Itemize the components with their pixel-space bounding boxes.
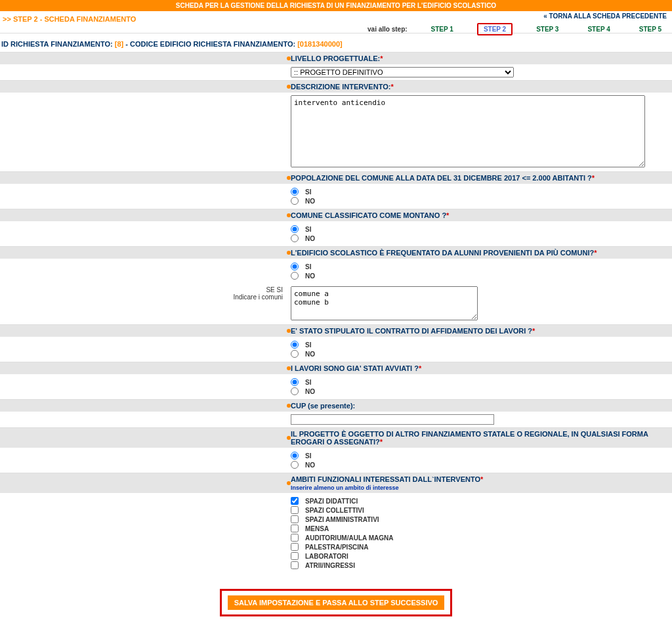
step-1-link[interactable]: STEP 1 xyxy=(426,24,459,34)
popolazione-label: POPOLAZIONE DEL COMUNE ALLA DATA DEL 31 … xyxy=(287,171,672,184)
alunni-si-radio[interactable] xyxy=(291,263,299,270)
mont-si-radio[interactable] xyxy=(291,225,299,233)
ambito-mensa-checkbox[interactable] xyxy=(291,525,299,532)
altro-si-radio[interactable] xyxy=(291,452,299,460)
ambito-laboratori-checkbox[interactable] xyxy=(291,552,299,560)
cup-label: CUP (se presente): xyxy=(287,399,672,412)
descrizione-label: DESCRIZIONE INTERVENTO:* xyxy=(287,80,672,93)
contratto-no-radio[interactable] xyxy=(291,350,299,358)
lavori-no-radio[interactable] xyxy=(291,387,299,395)
bullet-icon xyxy=(287,56,291,60)
step-4-link[interactable]: STEP 4 xyxy=(582,24,615,34)
altro-no-radio[interactable] xyxy=(291,461,299,469)
step-2-link[interactable]: STEP 2 xyxy=(477,23,513,35)
back-link[interactable]: « TORNA ALLA SCHEDA PRECEDENTE xyxy=(543,12,667,20)
descrizione-textarea[interactable]: intervento anticendio xyxy=(291,95,645,167)
bullet-icon xyxy=(287,481,291,485)
bullet-icon xyxy=(287,176,291,180)
mont-no-radio[interactable] xyxy=(291,234,299,242)
bullet-icon xyxy=(287,213,291,217)
page-banner: SCHEDA PER LA GESTIONE DELLA RICHIESTA D… xyxy=(0,0,672,11)
ambito-auditorium-checkbox[interactable] xyxy=(291,534,299,542)
stepnav-label: vai allo step: xyxy=(368,26,408,33)
ambito-atrii-checkbox[interactable] xyxy=(291,561,299,569)
bullet-icon xyxy=(287,404,291,408)
ambito-palestra-checkbox[interactable] xyxy=(291,543,299,551)
alunni-label: L'EDIFICIO SCOLASTICO È FREQUENTATO DA A… xyxy=(287,246,672,259)
cup-input[interactable] xyxy=(291,414,494,425)
comuni-side-label: SE SIIndicare i comuni xyxy=(0,284,287,324)
step-5-link[interactable]: STEP 5 xyxy=(634,24,667,34)
comuni-textarea[interactable]: comune a comune b xyxy=(291,286,478,320)
livello-label: LIVELLO PROGETTUALE:* xyxy=(287,52,672,64)
ambito-spazi-amministrativi-checkbox[interactable] xyxy=(291,515,299,523)
bullet-icon xyxy=(287,251,291,255)
lavori-si-radio[interactable] xyxy=(291,378,299,386)
breadcrumb: >> STEP 2 - SCHEDA FINANZIAMENTO xyxy=(0,11,136,23)
ambiti-label: AMBITI FUNZIONALI INTERESSATI DALL`INTER… xyxy=(287,473,672,493)
bullet-icon xyxy=(287,366,291,370)
lavori-label: I LAVORI SONO GIA' STATI AVVIATI ?* xyxy=(287,362,672,374)
bullet-icon xyxy=(287,329,291,333)
id-line: ID RICHIESTA FINANZIAMENTO: [8] - CODICE… xyxy=(0,33,672,52)
step-nav: vai allo step: STEP 1 STEP 2 STEP 3 STEP… xyxy=(368,23,667,35)
step-3-link[interactable]: STEP 3 xyxy=(531,24,564,34)
pop-no-radio[interactable] xyxy=(291,197,299,205)
save-highlight-border: SALVA IMPOSTAZIONE E PASSA ALLO STEP SUC… xyxy=(220,589,453,616)
contratto-si-radio[interactable] xyxy=(291,341,299,349)
contratto-label: E' STATO STIPULATO IL CONTRATTO DI AFFID… xyxy=(287,324,672,337)
bullet-icon xyxy=(287,85,291,89)
livello-select[interactable]: :: PROGETTO DEFINITIVO xyxy=(291,67,514,77)
altro-label: IL PROGETTO È OGGETTO DI ALTRO FINANZIAM… xyxy=(287,427,672,448)
bullet-icon xyxy=(287,436,291,440)
ambito-spazi-didattici-checkbox[interactable] xyxy=(291,497,299,505)
montano-label: COMUNE CLASSIFICATO COME MONTANO ?* xyxy=(287,209,672,221)
section-label-side xyxy=(0,52,287,64)
alunni-no-radio[interactable] xyxy=(291,272,299,280)
top-bar: >> STEP 2 - SCHEDA FINANZIAMENTO « TORNA… xyxy=(0,11,672,33)
save-next-button[interactable]: SALVA IMPOSTAZIONE E PASSA ALLO STEP SUC… xyxy=(227,595,446,611)
pop-si-radio[interactable] xyxy=(291,188,299,196)
ambiti-subnote: Inserire almeno un ambito di interesse xyxy=(291,484,668,491)
ambito-spazi-collettivi-checkbox[interactable] xyxy=(291,506,299,514)
